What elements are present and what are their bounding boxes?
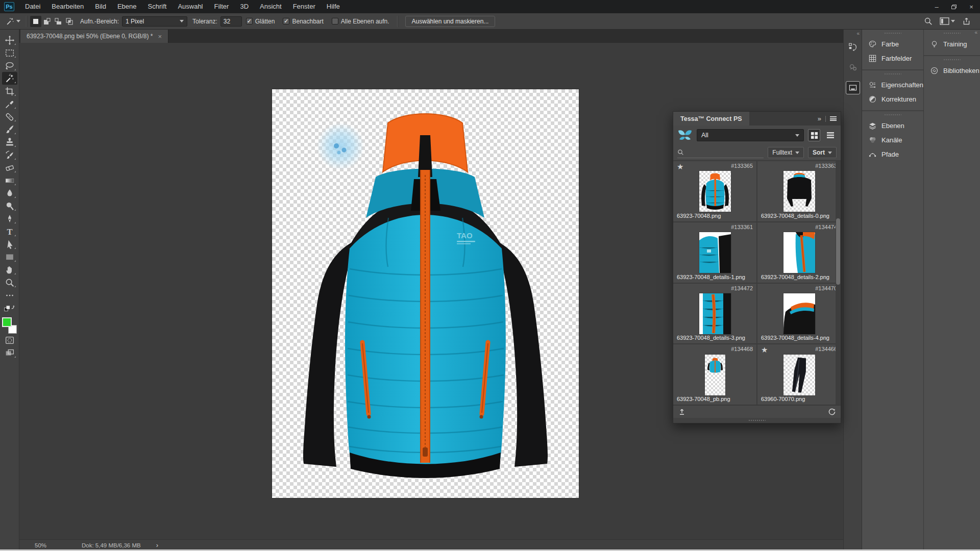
list-view-button[interactable]: [824, 129, 837, 141]
panel-resize-handle[interactable]: [673, 418, 841, 423]
search-icon[interactable]: [924, 17, 933, 26]
shape-tool[interactable]: [2, 251, 17, 263]
asset-cell[interactable]: #133363 63923-70048_details-0.png: [757, 161, 841, 221]
history-brush-tool[interactable]: [2, 148, 17, 161]
asset-cell[interactable]: ★ #133365 63923-70048.png: [673, 161, 756, 221]
panel-tab-kanaele[interactable]: Kanäle: [862, 133, 923, 147]
asset-cell[interactable]: #134468 63923-70048_pb.png: [673, 344, 756, 405]
menu-ansicht[interactable]: Ansicht: [254, 0, 287, 13]
tessa-filter-select[interactable]: All: [697, 129, 804, 141]
panel-tab-training[interactable]: Training: [924, 37, 980, 51]
healing-brush-tool[interactable]: [2, 110, 17, 123]
close-button[interactable]: ×: [963, 0, 980, 13]
asset-thumbnail[interactable]: [783, 171, 815, 212]
image-canvas[interactable]: TAO: [272, 89, 579, 498]
zoom-tool[interactable]: [2, 276, 17, 289]
panel-menu-icon[interactable]: [830, 116, 837, 121]
menu-bearbeiten[interactable]: Bearbeiten: [46, 0, 89, 13]
panel-tab-korrekturen[interactable]: Korrekturen: [862, 92, 923, 106]
menu-datei[interactable]: Datei: [19, 0, 46, 13]
upload-icon[interactable]: [678, 408, 686, 416]
marquee-tool[interactable]: [2, 46, 17, 59]
scrollbar[interactable]: [836, 161, 841, 405]
restore-button[interactable]: [945, 0, 963, 13]
panel-collapse-icon[interactable]: »: [818, 115, 821, 122]
workspace-switcher[interactable]: [940, 17, 955, 25]
brush-tool[interactable]: [2, 123, 17, 136]
selection-add-button[interactable]: [41, 16, 53, 27]
selection-new-button[interactable]: [30, 16, 41, 27]
smooth-checkbox[interactable]: Glätten: [246, 18, 275, 25]
document-tab[interactable]: 63923-70048.png bei 50% (Ebene 0, RGB/8)…: [20, 30, 168, 43]
clone-stamp-tool[interactable]: [2, 136, 17, 148]
minimize-button[interactable]: –: [928, 0, 945, 13]
share-icon[interactable]: [962, 17, 971, 26]
menu-filter[interactable]: Filter: [209, 0, 235, 13]
collapse-chevron[interactable]: «: [974, 30, 977, 35]
status-chevron[interactable]: ›: [156, 541, 158, 549]
history-panel-icon[interactable]: [846, 40, 860, 54]
select-and-mask-button[interactable]: Auswählen und maskieren...: [405, 16, 496, 27]
fulltext-dropdown[interactable]: Fulltext: [768, 147, 804, 158]
panel-tab-bibliotheken[interactable]: Bibliotheken: [924, 63, 980, 78]
menu-ebene[interactable]: Ebene: [112, 0, 142, 13]
scrollbar-thumb[interactable]: [836, 218, 840, 285]
lasso-tool[interactable]: [2, 59, 17, 72]
pen-tool[interactable]: [2, 212, 17, 225]
star-icon[interactable]: ★: [761, 345, 768, 355]
asset-cell[interactable]: #133361 63923-70048_details-1.png: [673, 222, 756, 283]
tessa-tab[interactable]: Tessa™ Connect PS: [673, 112, 749, 126]
refresh-icon[interactable]: [828, 408, 836, 416]
gradient-tool[interactable]: [2, 174, 17, 187]
eraser-tool[interactable]: [2, 161, 17, 174]
panel-tab-pfade[interactable]: Pfade: [862, 147, 923, 161]
panel-tab-ebenen[interactable]: Ebenen: [862, 118, 923, 133]
dodge-tool[interactable]: [2, 199, 17, 212]
screen-mode-button[interactable]: [2, 346, 17, 359]
asset-thumbnail[interactable]: [783, 355, 815, 395]
all-layers-checkbox[interactable]: Alle Ebenen aufn.: [332, 18, 389, 25]
selection-subtract-button[interactable]: [53, 16, 64, 27]
menu-3d[interactable]: 3D: [234, 0, 254, 13]
hand-tool[interactable]: [2, 263, 17, 276]
tolerance-input[interactable]: 32: [220, 16, 242, 27]
color-swatches[interactable]: [2, 316, 17, 334]
panel-tab-farbfelder[interactable]: Farbfelder: [862, 51, 923, 65]
path-select-tool[interactable]: [2, 238, 17, 251]
panel-tab-eigenschaften[interactable]: Eigenschaften: [862, 78, 923, 92]
menu-bild[interactable]: Bild: [89, 0, 112, 13]
quick-mask-button[interactable]: [2, 334, 17, 346]
star-icon[interactable]: ★: [677, 162, 683, 171]
active-tool-preset[interactable]: [3, 16, 22, 27]
asset-cell[interactable]: #134472 63923-70048_details-3.png: [673, 284, 756, 344]
asset-thumbnail[interactable]: [783, 293, 815, 334]
contiguous-checkbox[interactable]: Benachbart: [283, 18, 323, 25]
close-icon[interactable]: ×: [158, 33, 162, 40]
asset-thumbnail[interactable]: [699, 171, 731, 212]
search-input[interactable]: [677, 147, 764, 158]
selection-intersect-button[interactable]: [64, 16, 75, 27]
menu-schrift[interactable]: Schrift: [142, 0, 173, 13]
asset-thumbnail[interactable]: [699, 232, 731, 273]
default-swap-colors[interactable]: [2, 302, 17, 314]
asset-cell[interactable]: #134470 63923-70048_details-4.png: [757, 284, 841, 344]
asset-cell[interactable]: #134474 63923-70048_details-2.png: [757, 222, 841, 283]
shape-panel-icon[interactable]: [846, 61, 860, 74]
collapse-chevron[interactable]: «: [856, 31, 860, 36]
move-tool[interactable]: [2, 34, 17, 46]
crop-tool[interactable]: [2, 85, 17, 97]
panel-tab-farbe[interactable]: Farbe: [862, 37, 923, 51]
zoom-level-field[interactable]: 50%: [35, 542, 61, 548]
type-tool[interactable]: T: [2, 225, 17, 238]
menu-auswahl[interactable]: Auswahl: [172, 0, 208, 13]
eyedropper-tool[interactable]: [2, 97, 17, 110]
magic-wand-tool[interactable]: [2, 72, 17, 85]
asset-thumbnail[interactable]: [783, 232, 815, 273]
menu-hilfe[interactable]: Hilfe: [321, 0, 346, 13]
sample-size-select[interactable]: 1 Pixel: [122, 16, 187, 27]
sort-dropdown[interactable]: Sort: [808, 147, 837, 158]
blur-tool[interactable]: [2, 187, 17, 199]
grid-view-button[interactable]: [808, 129, 820, 141]
tessa-panel-icon[interactable]: [846, 81, 860, 94]
asset-cell[interactable]: ★ #134466 63960-70070.png: [757, 344, 841, 405]
